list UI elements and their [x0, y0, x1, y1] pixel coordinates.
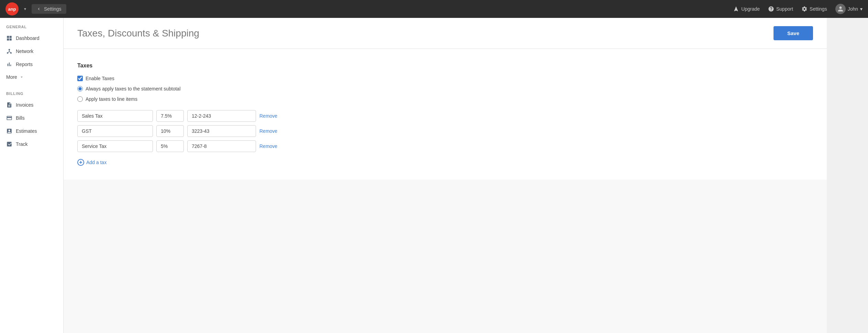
plus-icon: + — [77, 159, 84, 166]
sidebar-item-invoices[interactable]: Invoices — [0, 98, 63, 111]
bill-icon — [6, 115, 12, 121]
network-icon — [6, 48, 12, 54]
sidebar-item-estimates[interactable]: Estimates — [0, 125, 63, 138]
table-row: Remove — [77, 110, 813, 122]
sidebar-item-track[interactable]: Track — [0, 138, 63, 151]
user-menu[interactable]: John ▾ — [835, 4, 863, 14]
taxes-options: Enable Taxes Always apply taxes to the s… — [77, 76, 813, 102]
sidebar-item-reports[interactable]: Reports — [0, 58, 63, 71]
support-button[interactable]: Support — [768, 6, 793, 12]
page-title: Taxes, Discounts & Shipping — [77, 28, 199, 39]
general-section-label: GENERAL — [0, 25, 63, 32]
user-avatar — [835, 4, 846, 14]
more-button[interactable]: More — [0, 71, 63, 83]
logo-button[interactable]: anp — [5, 2, 19, 15]
track-icon — [6, 141, 12, 147]
radio-line-items-row[interactable]: Apply taxes to line items — [77, 96, 813, 102]
add-tax-button[interactable]: + Add a tax — [77, 159, 107, 166]
tax-name-input-1[interactable] — [77, 125, 153, 137]
layout: GENERAL Dashboard Network Reports More B… — [0, 18, 868, 333]
settings-nav-button[interactable]: Settings — [801, 6, 827, 12]
sidebar-item-network[interactable]: Network — [0, 45, 63, 58]
logo-chevron-icon[interactable]: ▾ — [24, 7, 26, 11]
top-nav: anp ▾ Settings Upgrade Support Settings … — [0, 0, 868, 18]
table-row: Remove — [77, 125, 813, 137]
bar-chart-icon — [6, 61, 12, 67]
upgrade-button[interactable]: Upgrade — [733, 6, 760, 12]
enable-taxes-checkbox-row[interactable]: Enable Taxes — [77, 76, 813, 81]
nav-actions: Upgrade Support Settings John ▾ — [733, 4, 863, 14]
radio-subtotal[interactable] — [77, 86, 83, 92]
back-button[interactable]: Settings — [32, 4, 66, 14]
page-header: Taxes, Discounts & Shipping Save — [64, 18, 827, 49]
save-button[interactable]: Save — [774, 26, 813, 40]
radio-line-items[interactable] — [77, 96, 83, 102]
sidebar: GENERAL Dashboard Network Reports More B… — [0, 18, 64, 333]
tax-name-input-2[interactable] — [77, 140, 153, 152]
chevron-down-icon — [19, 75, 24, 79]
grid-icon — [6, 35, 12, 41]
taxes-section-title: Taxes — [77, 63, 813, 69]
remove-tax-button-0[interactable]: Remove — [259, 113, 277, 119]
tax-rate-input-1[interactable] — [156, 125, 184, 137]
sidebar-item-dashboard[interactable]: Dashboard — [0, 32, 63, 45]
tax-rate-input-0[interactable] — [156, 110, 184, 122]
content-area: Taxes Enable Taxes Always apply taxes to… — [64, 49, 827, 180]
remove-tax-button-1[interactable]: Remove — [259, 128, 277, 134]
billing-section-label: BILLING — [0, 89, 63, 98]
tax-code-input-2[interactable] — [187, 140, 256, 152]
tax-name-input-0[interactable] — [77, 110, 153, 122]
main-content: Taxes, Discounts & Shipping Save Taxes E… — [64, 18, 827, 333]
invoice-icon — [6, 102, 12, 108]
tax-rate-input-2[interactable] — [156, 140, 184, 152]
remove-tax-button-2[interactable]: Remove — [259, 143, 277, 149]
tax-rows: Remove Remove Remove — [77, 110, 813, 152]
enable-taxes-checkbox[interactable] — [77, 76, 83, 81]
table-row: Remove — [77, 140, 813, 152]
right-panel — [827, 18, 868, 333]
tax-code-input-0[interactable] — [187, 110, 256, 122]
estimate-icon — [6, 128, 12, 134]
radio-subtotal-row[interactable]: Always apply taxes to the statement subt… — [77, 86, 813, 92]
tax-code-input-1[interactable] — [187, 125, 256, 137]
sidebar-item-bills[interactable]: Bills — [0, 111, 63, 125]
